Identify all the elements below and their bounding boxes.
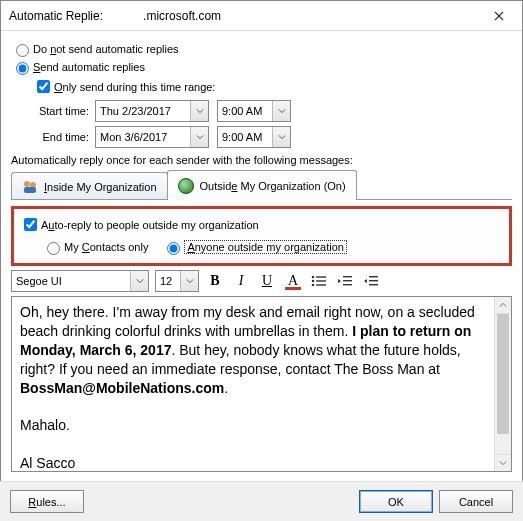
outside-scope-row: My Contacts only Anyone outside my organ… xyxy=(42,237,503,257)
outside-options-highlight: Auto-reply to people outside my organiza… xyxy=(11,206,512,266)
close-icon xyxy=(494,11,504,21)
window-title-suffix: .microsoft.com xyxy=(143,9,221,23)
tab-outside-label: Outside My Organization (On) xyxy=(200,180,346,192)
svg-rect-13 xyxy=(369,280,378,281)
increase-indent-icon xyxy=(363,275,379,287)
editor-text-5: Al Sacco xyxy=(20,455,75,471)
anyone-outside-option[interactable]: Anyone outside my organization xyxy=(162,239,347,255)
only-send-range-checkbox[interactable] xyxy=(37,80,50,93)
editor-text-bold-2: BossMan@MobileNations.com xyxy=(20,380,224,396)
svg-rect-4 xyxy=(316,276,326,277)
scroll-thumb[interactable] xyxy=(497,314,509,434)
svg-rect-8 xyxy=(316,284,326,285)
end-time-value[interactable] xyxy=(218,127,272,147)
bulleted-list-icon xyxy=(311,275,327,287)
chevron-down-icon xyxy=(278,107,286,115)
italic-button[interactable]: I xyxy=(231,271,251,291)
font-size-value[interactable] xyxy=(156,271,180,291)
do-not-send-option[interactable]: Do not send automatic replies xyxy=(11,41,512,57)
underline-button[interactable]: U xyxy=(257,271,277,291)
font-family-dropdown[interactable] xyxy=(130,271,148,291)
font-family-value[interactable] xyxy=(12,271,130,291)
svg-point-0 xyxy=(24,181,30,187)
tab-inside-label: Inside My Organization xyxy=(44,181,157,193)
increase-indent-button[interactable] xyxy=(361,271,381,291)
scroll-down-button[interactable] xyxy=(495,454,511,471)
anyone-outside-label: Anyone outside my organization xyxy=(184,240,347,254)
svg-point-3 xyxy=(312,276,315,279)
chevron-down-icon xyxy=(196,107,204,115)
end-date-combo[interactable] xyxy=(95,126,209,148)
bulleted-list-button[interactable] xyxy=(309,271,329,291)
chevron-down-icon xyxy=(278,133,286,141)
rules-button[interactable]: Rules... xyxy=(10,490,84,513)
svg-rect-2 xyxy=(24,187,36,193)
editor-toolbar: B I U A xyxy=(11,270,512,292)
end-date-dropdown[interactable] xyxy=(190,127,208,147)
svg-rect-14 xyxy=(369,284,378,285)
start-date-dropdown[interactable] xyxy=(190,101,208,121)
font-size-combo[interactable] xyxy=(155,270,199,292)
do-not-send-label: Do not send automatic replies xyxy=(33,43,179,55)
chevron-down-icon xyxy=(196,133,204,141)
auto-reply-outside-option[interactable]: Auto-reply to people outside my organiza… xyxy=(20,215,503,234)
only-send-range-option[interactable]: Only send during this time range: xyxy=(33,77,512,96)
svg-rect-6 xyxy=(316,280,326,281)
start-time-label: Start time: xyxy=(11,105,89,117)
contacts-only-label: My Contacts only xyxy=(64,241,148,253)
svg-rect-12 xyxy=(369,276,378,277)
only-send-range-label: Only send during this time range: xyxy=(54,81,215,93)
start-date-value[interactable] xyxy=(96,101,190,121)
svg-rect-10 xyxy=(343,280,352,281)
chevron-down-icon xyxy=(499,459,507,467)
send-option[interactable]: Send automatic replies xyxy=(11,59,512,75)
rules-label: Rules... xyxy=(28,496,65,508)
ok-button[interactable]: OK xyxy=(359,490,433,513)
message-editor[interactable]: Oh, hey there. I'm away from my desk and… xyxy=(12,297,494,471)
inside-org-icon xyxy=(22,179,38,195)
editor-text-4: Mahalo. xyxy=(20,417,70,433)
send-radio[interactable] xyxy=(16,62,29,75)
start-date-combo[interactable] xyxy=(95,100,209,122)
auto-reply-outside-checkbox[interactable] xyxy=(24,218,37,231)
close-button[interactable] xyxy=(476,1,522,31)
end-time-label: End time: xyxy=(11,131,89,143)
decrease-indent-icon xyxy=(337,275,353,287)
chevron-up-icon xyxy=(499,301,507,309)
bold-button[interactable]: B xyxy=(205,271,225,291)
scroll-up-button[interactable] xyxy=(495,297,511,314)
auto-reply-section-label: Automatically reply once for each sender… xyxy=(11,154,512,166)
auto-reply-outside-label: Auto-reply to people outside my organiza… xyxy=(41,219,259,231)
chevron-down-icon xyxy=(136,277,144,285)
tab-outside[interactable]: Outside My Organization (On) xyxy=(167,170,357,200)
anyone-outside-radio[interactable] xyxy=(167,242,180,255)
start-time-row: Start time: xyxy=(11,100,512,122)
do-not-send-radio[interactable] xyxy=(16,44,29,57)
start-time-value[interactable] xyxy=(218,101,272,121)
cancel-button[interactable]: Cancel xyxy=(439,490,513,513)
font-size-dropdown[interactable] xyxy=(180,271,198,291)
end-time-row: End time: xyxy=(11,126,512,148)
svg-rect-11 xyxy=(343,284,352,285)
titlebar: Automatic Replie: .microsoft.com xyxy=(1,1,522,31)
outside-org-icon xyxy=(178,178,194,194)
font-family-combo[interactable] xyxy=(11,270,149,292)
end-time-combo[interactable] xyxy=(217,126,291,148)
window-title: Automatic Replie: .microsoft.com xyxy=(9,9,476,23)
editor-text-3: . xyxy=(224,380,228,396)
decrease-indent-button[interactable] xyxy=(335,271,355,291)
dialog-body: Do not send automatic replies Send autom… xyxy=(1,31,522,476)
start-time-dropdown[interactable] xyxy=(272,101,290,121)
contacts-only-option[interactable]: My Contacts only xyxy=(42,239,148,255)
send-label: Send automatic replies xyxy=(33,61,145,73)
end-date-value[interactable] xyxy=(96,127,190,147)
start-time-combo[interactable] xyxy=(217,100,291,122)
window-title-prefix: Automatic Replie: xyxy=(9,9,103,23)
editor-container: Oh, hey there. I'm away from my desk and… xyxy=(11,296,512,472)
font-color-button[interactable]: A xyxy=(283,271,303,291)
tab-inside[interactable]: Inside My Organization xyxy=(11,172,168,200)
editor-scrollbar[interactable] xyxy=(494,297,511,471)
end-time-dropdown[interactable] xyxy=(272,127,290,147)
svg-rect-9 xyxy=(343,276,352,277)
contacts-only-radio[interactable] xyxy=(47,242,60,255)
